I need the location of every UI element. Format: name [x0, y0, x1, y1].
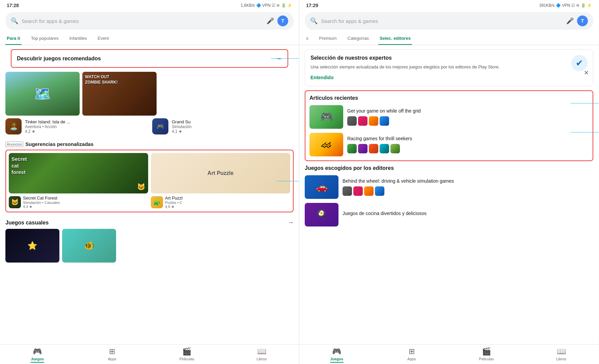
popup-description: Una selección siempre actualizada de los…: [310, 64, 588, 70]
editor-item-2[interactable]: 🍳 Juegos de cocina divertidos y delicios…: [305, 203, 593, 226]
app-icon-grand: 🎮: [152, 118, 168, 134]
nav-peliculas-left[interactable]: 🎬 Peliculas: [149, 347, 224, 363]
annotation-line-r1: [571, 103, 599, 103]
game1-emoji: 🗺️: [34, 86, 51, 102]
article-item-1[interactable]: 🎮 Get your game on while off the grid: [309, 105, 589, 129]
editor-item-1[interactable]: 🚗 Behind the wheel: driving & vehicle si…: [305, 175, 593, 199]
mic-icon-left[interactable]: 🎤: [267, 17, 274, 25]
nav-peliculas-icon-right: 🎬: [482, 347, 491, 356]
tab-para-ti[interactable]: Para ti: [5, 32, 22, 45]
article-info-1: Get your game on while off the grid: [347, 108, 589, 125]
tab-event[interactable]: Event: [96, 32, 110, 45]
nav-apps-left[interactable]: ⊞ Apps: [75, 347, 150, 363]
ad-card-art-puzzle[interactable]: Art Puzzle 🧩 Art Puzzl Puzles • C 4,6 ★: [151, 153, 290, 209]
search-bar-right[interactable]: 🔍 Search for apps & games 🎤 T: [305, 12, 593, 30]
art-puzzle-label: Art Puzzle: [208, 170, 234, 176]
mic-icon-right[interactable]: 🎤: [566, 17, 574, 25]
popup-close-button[interactable]: ✕: [584, 69, 589, 77]
ad-card-secret-cat[interactable]: Secretcatforest 🐱 🐱 Secret Cat Forest Si…: [9, 153, 148, 209]
ad-name-art-puzzle: Art Puzzl: [165, 195, 183, 201]
nav-juegos-label-right: Juegos: [330, 357, 344, 361]
secret-cat-label: Secretcatforest: [11, 156, 27, 176]
nav-libros-label-left: Libros: [256, 357, 267, 361]
status-bar-left: 17:28 1,6KB/s 🔷 VPN ☑ ≋ 🔋 ⚡: [0, 0, 299, 9]
ad-cards-wrapper: Secretcatforest 🐱 🐱 Secret Cat Forest Si…: [0, 150, 299, 212]
status-bar-right: 17:29 391KB/s 🔷 VPN ☑ ≋ 🔋 ⚡: [299, 0, 599, 9]
tabs-right: s Premium Categorías Selec. editores: [299, 32, 599, 45]
mini-icon-1b: [358, 116, 367, 126]
game-thumb-1[interactable]: 🗺️: [5, 72, 80, 116]
tabs-left: Para ti Top populares Infantiles Event: [0, 32, 299, 45]
game-thumb-2[interactable]: WATCH OUTZOMBIE SHARK!: [82, 72, 157, 116]
casual-thumb-2[interactable]: 🐠: [62, 229, 116, 263]
mini-icon-2d: [380, 144, 389, 153]
nav-libros-icon-left: 📖: [257, 347, 266, 356]
app-items-left: 🏝️ Tinker Island: Isla de ... Aventura •…: [0, 118, 299, 134]
mini-icon-1c: [369, 116, 378, 126]
popup-checkmark: ✔: [576, 58, 583, 68]
annotation-articles-1: 产品独管型数据: [571, 100, 599, 107]
search-input-left[interactable]: Search for apps & games: [22, 18, 263, 24]
editor-thumb-2: 🍳: [305, 203, 338, 226]
tab-selec-editores[interactable]: Selec. editores: [378, 32, 412, 45]
casual-section-header: Juegos casuales →: [0, 216, 299, 229]
nav-peliculas-right[interactable]: 🎬 Peliculas: [449, 347, 524, 363]
nav-underline-right: [330, 362, 344, 363]
left-phone: 17:28 1,6KB/s 🔷 VPN ☑ ≋ 🔋 ⚡ 🔍 Search for…: [0, 0, 299, 364]
mini-icon-1d: [380, 116, 389, 126]
nav-libros-left[interactable]: 📖 Libros: [224, 347, 299, 363]
tab-categorias[interactable]: Categorías: [346, 32, 371, 45]
ad-name-secret-cat: Secret Cat Forest: [23, 195, 60, 201]
tab-top-populares[interactable]: Top populares: [30, 32, 60, 45]
status-time-right: 17:29: [306, 3, 318, 8]
tab-premium[interactable]: Premium: [318, 32, 338, 45]
tab-s[interactable]: s: [305, 32, 310, 45]
nav-peliculas-label-left: Peliculas: [180, 357, 194, 361]
search-icon-left: 🔍: [11, 17, 18, 25]
app-item-tinker[interactable]: 🏝️ Tinker Island: Isla de ... Aventura •…: [5, 118, 147, 134]
mini-icon-2b: [358, 144, 367, 153]
editors-section: Juegos escogidos por los editores 🚗 Behi…: [299, 165, 599, 226]
mini-icon-2e: [390, 144, 400, 153]
editors-title: Juegos escogidos por los editores: [305, 165, 593, 171]
ad-details-secret-cat: Secret Cat Forest Simulación • Casuales …: [23, 195, 60, 209]
nav-juegos-left[interactable]: 🎮 Juegos: [0, 347, 75, 363]
popup-action-button[interactable]: Entendido: [310, 75, 333, 80]
ad-icon-secret-cat: 🐱: [9, 196, 21, 208]
app-category-tinker: Aventura • Acción: [25, 124, 147, 129]
ad-cat-art-puzzle: Puzles • C: [165, 201, 183, 205]
bottom-nav-right: 🎮 Juegos ⊞ Apps 🎬 Peliculas 📖 Libros: [299, 344, 599, 364]
nav-juegos-icon-right: 🎮: [332, 347, 341, 356]
casual-thumb-1[interactable]: ⭐: [5, 229, 59, 263]
app-item-grand[interactable]: 🎮 Grand Su Simulación 4,1 ★: [152, 118, 294, 134]
article-info-2: Racing games for thrill seekers: [347, 135, 589, 153]
avatar-left[interactable]: T: [277, 16, 288, 26]
editor-mini-1d: [375, 186, 384, 196]
nav-apps-right[interactable]: ⊞ Apps: [374, 347, 449, 363]
avatar-right[interactable]: T: [577, 16, 588, 26]
nav-apps-icon-left: ⊞: [109, 347, 115, 356]
annotation-banner: 产品单管型数据: [271, 56, 299, 62]
search-icon-right: 🔍: [310, 17, 318, 25]
search-input-right[interactable]: Search for apps & games: [321, 18, 563, 24]
article-item-2[interactable]: 🏎 Racing games for thrill seekers: [309, 133, 589, 156]
editor-mini-1c: [364, 186, 374, 196]
casual-thumbs: ⭐ 🐠: [0, 229, 299, 263]
search-bar-left[interactable]: 🔍 Search for apps & games 🎤 T: [5, 12, 294, 30]
nav-libros-right[interactable]: 📖 Libros: [524, 347, 599, 363]
article-app-icons-2: [347, 144, 589, 153]
ad-thumb-secret-cat: Secretcatforest 🐱: [9, 153, 148, 193]
editor-info-1: Behind the wheel: driving & vehicle simu…: [343, 178, 593, 195]
popup-title: Selección de nuestros expertos: [310, 55, 588, 61]
app-icon-tinker: 🏝️: [5, 118, 22, 134]
right-phone: 17:29 391KB/s 🔷 VPN ☑ ≋ 🔋 ⚡ 🔍 Search for…: [299, 0, 599, 364]
article-title-2: Racing games for thrill seekers: [347, 135, 589, 142]
app-name-grand: Grand Su: [172, 119, 294, 124]
casual-arrow[interactable]: →: [288, 219, 294, 226]
casual-title: Juegos casuales: [5, 220, 49, 226]
discover-banner[interactable]: Descubrir juegos recomendados →: [11, 49, 288, 68]
tab-infantiles[interactable]: Infantiles: [68, 32, 88, 45]
app-rating-tinker: 4,2 ★: [25, 129, 147, 134]
nav-juegos-right[interactable]: 🎮 Juegos: [299, 347, 374, 363]
content-right: Selección de nuestros expertos Una selec…: [299, 45, 599, 344]
